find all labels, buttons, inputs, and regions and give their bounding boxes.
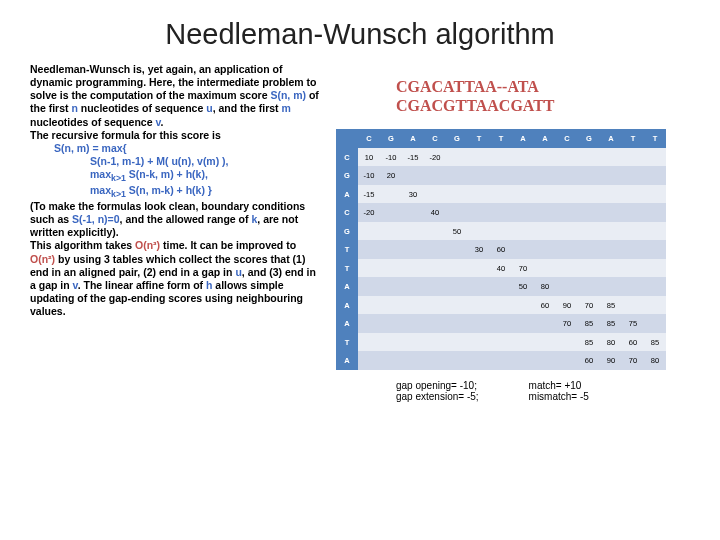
dp-cell bbox=[622, 203, 644, 222]
dp-cell bbox=[468, 277, 490, 296]
dp-cell: 60 bbox=[534, 296, 556, 315]
dp-cell bbox=[556, 203, 578, 222]
dp-cell bbox=[468, 314, 490, 333]
dp-cell bbox=[380, 222, 402, 241]
dp-cell bbox=[468, 185, 490, 204]
row-header: A bbox=[336, 185, 358, 204]
dp-cell bbox=[402, 296, 424, 315]
col-header: G bbox=[380, 129, 402, 148]
dp-cell bbox=[622, 185, 644, 204]
dp-cell bbox=[424, 259, 446, 278]
dp-cell bbox=[644, 203, 666, 222]
dp-cell bbox=[402, 333, 424, 352]
dp-cell bbox=[446, 351, 468, 370]
col-header: T bbox=[622, 129, 644, 148]
dp-cell bbox=[644, 314, 666, 333]
row-header: A bbox=[336, 296, 358, 315]
dp-cell bbox=[446, 240, 468, 259]
dp-cell bbox=[380, 185, 402, 204]
dp-cell bbox=[446, 277, 468, 296]
dp-cell bbox=[424, 166, 446, 185]
dp-cell bbox=[644, 222, 666, 241]
row-header: A bbox=[336, 277, 358, 296]
dp-cell bbox=[380, 259, 402, 278]
dp-cell bbox=[622, 277, 644, 296]
dp-cell bbox=[556, 222, 578, 241]
dp-cell bbox=[512, 333, 534, 352]
dp-cell bbox=[578, 166, 600, 185]
dp-cell: 20 bbox=[380, 166, 402, 185]
dp-cell: 85 bbox=[578, 314, 600, 333]
dp-cell bbox=[578, 185, 600, 204]
dp-cell: 85 bbox=[644, 333, 666, 352]
dp-cell: 30 bbox=[468, 240, 490, 259]
dp-cell: 70 bbox=[512, 259, 534, 278]
dp-cell bbox=[490, 296, 512, 315]
col-header: C bbox=[556, 129, 578, 148]
dp-cell: 80 bbox=[600, 333, 622, 352]
dp-cell bbox=[556, 277, 578, 296]
dp-cell: -20 bbox=[424, 148, 446, 167]
dp-cell: 85 bbox=[578, 333, 600, 352]
dp-cell bbox=[358, 277, 380, 296]
dp-cell bbox=[578, 240, 600, 259]
dp-cell bbox=[424, 296, 446, 315]
row-header: C bbox=[336, 148, 358, 167]
dp-cell bbox=[578, 277, 600, 296]
dp-cell bbox=[556, 148, 578, 167]
dp-cell bbox=[446, 185, 468, 204]
dp-cell: 50 bbox=[446, 222, 468, 241]
parameters: gap opening= -10; gap extension= -5; mat… bbox=[336, 380, 690, 402]
dp-cell: -10 bbox=[380, 148, 402, 167]
dp-cell bbox=[424, 240, 446, 259]
dp-cell bbox=[490, 148, 512, 167]
dp-cell bbox=[490, 333, 512, 352]
dp-cell bbox=[468, 166, 490, 185]
dp-cell bbox=[358, 351, 380, 370]
dp-cell bbox=[358, 314, 380, 333]
dp-cell bbox=[446, 203, 468, 222]
dp-cell: 85 bbox=[600, 296, 622, 315]
dp-cell bbox=[644, 277, 666, 296]
dp-cell bbox=[358, 296, 380, 315]
dp-cell bbox=[490, 203, 512, 222]
dp-cell bbox=[600, 166, 622, 185]
dp-cell bbox=[644, 166, 666, 185]
dp-cell bbox=[622, 166, 644, 185]
dp-cell: 70 bbox=[556, 314, 578, 333]
dp-cell bbox=[578, 203, 600, 222]
dp-cell bbox=[534, 314, 556, 333]
col-header: C bbox=[424, 129, 446, 148]
dp-cell bbox=[446, 148, 468, 167]
dp-cell: 70 bbox=[622, 351, 644, 370]
dp-cell bbox=[556, 351, 578, 370]
col-header: T bbox=[644, 129, 666, 148]
dp-cell bbox=[446, 314, 468, 333]
dp-cell bbox=[622, 240, 644, 259]
dp-cell bbox=[490, 314, 512, 333]
dp-cell bbox=[600, 259, 622, 278]
dp-cell bbox=[446, 296, 468, 315]
dp-cell bbox=[380, 203, 402, 222]
dp-cell bbox=[402, 203, 424, 222]
dp-cell bbox=[644, 148, 666, 167]
dp-cell bbox=[512, 240, 534, 259]
dp-cell bbox=[402, 222, 424, 241]
row-header: G bbox=[336, 166, 358, 185]
dp-cell bbox=[512, 296, 534, 315]
dp-cell bbox=[380, 333, 402, 352]
dp-cell bbox=[490, 351, 512, 370]
dp-cell bbox=[534, 333, 556, 352]
dp-cell bbox=[600, 277, 622, 296]
dp-cell bbox=[402, 314, 424, 333]
dp-cell bbox=[490, 185, 512, 204]
dp-cell bbox=[534, 185, 556, 204]
page-title: Needleman-Wunsch algorithm bbox=[30, 18, 690, 51]
dp-cell bbox=[424, 185, 446, 204]
row-header: A bbox=[336, 314, 358, 333]
dp-cell bbox=[600, 148, 622, 167]
dp-cell bbox=[380, 314, 402, 333]
dp-cell bbox=[424, 277, 446, 296]
dp-cell bbox=[424, 222, 446, 241]
col-header: G bbox=[446, 129, 468, 148]
